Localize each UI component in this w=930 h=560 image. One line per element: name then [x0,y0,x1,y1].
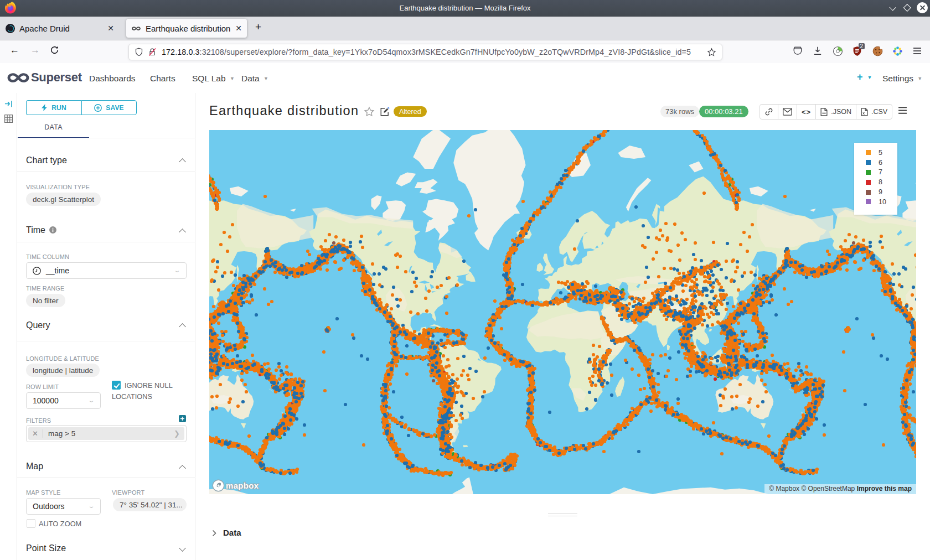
svg-text:mapbox: mapbox [226,481,259,490]
